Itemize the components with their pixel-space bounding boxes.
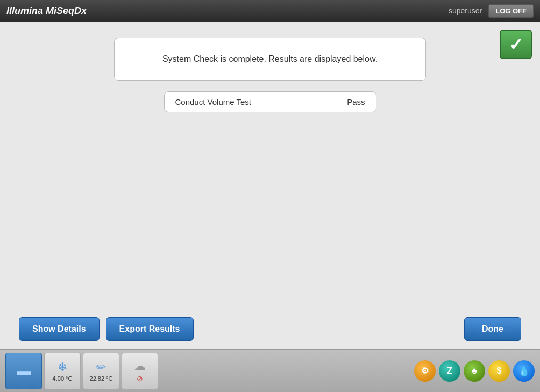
cloud-icon: ☁ (134, 359, 146, 373)
taskbar-snowflake-icon[interactable]: ❄ 4.00 °C (44, 353, 81, 389)
test-result-item: Conduct Volume Test Pass (164, 91, 376, 112)
taskbar-temp2-label: 22.82 °C (90, 375, 113, 382)
taskbar-screen-icon[interactable]: ▬ (5, 353, 42, 389)
show-details-button[interactable]: Show Details (19, 317, 100, 341)
screen-icon: ▬ (17, 362, 31, 379)
cloud-cancel-icon: ⊘ (137, 374, 143, 383)
bottom-bar: Show Details Export Results Done (11, 309, 529, 349)
circle-3-icon: ♣ (472, 366, 478, 376)
status-circle-4[interactable]: $ (488, 360, 510, 382)
snowflake-icon: ❄ (58, 360, 67, 374)
app-title: Illumina MiSeqDx (6, 5, 87, 17)
checkmark-icon: ✓ (509, 34, 523, 55)
username-label: superuser (449, 6, 482, 15)
check-button[interactable]: ✓ (500, 30, 532, 59)
header-right: superuser LOG OFF (449, 4, 534, 18)
status-circle-3[interactable]: ♣ (464, 360, 485, 382)
circle-2-icon: Z (447, 366, 452, 376)
test-label: Conduct Volume Test (175, 97, 251, 106)
results-row: Conduct Volume Test Pass (11, 91, 529, 112)
status-circle-1[interactable]: ⚙ (414, 360, 436, 382)
taskbar-status-circles: ⚙ Z ♣ $ 💧 (414, 360, 535, 382)
test-value: Pass (347, 97, 365, 106)
status-circle-5[interactable]: 💧 (513, 360, 535, 382)
status-circle-2[interactable]: Z (439, 360, 460, 382)
circle-5-icon: 💧 (518, 365, 530, 377)
taskbar-temp1-label: 4.00 °C (53, 375, 73, 382)
logout-button[interactable]: LOG OFF (488, 4, 534, 18)
app-header: Illumina MiSeqDx superuser LOG OFF (0, 0, 540, 22)
export-results-button[interactable]: Export Results (106, 317, 194, 341)
taskbar-cloud-icon[interactable]: ☁ ⊘ (122, 353, 158, 389)
circle-4-icon: $ (497, 366, 502, 376)
status-message-box: System Check is complete. Results are di… (114, 38, 426, 81)
circle-1-icon: ⚙ (421, 366, 429, 376)
main-content: ✓ System Check is complete. Results are … (0, 22, 540, 349)
status-message-text: System Check is complete. Results are di… (162, 54, 378, 63)
done-button[interactable]: Done (464, 317, 521, 341)
taskbar: ▬ ❄ 4.00 °C ✏ 22.82 °C ☁ ⊘ ⚙ Z ♣ $ 💧 (0, 349, 540, 392)
pencil-icon: ✏ (96, 360, 106, 374)
taskbar-pencil-icon[interactable]: ✏ 22.82 °C (83, 353, 119, 389)
